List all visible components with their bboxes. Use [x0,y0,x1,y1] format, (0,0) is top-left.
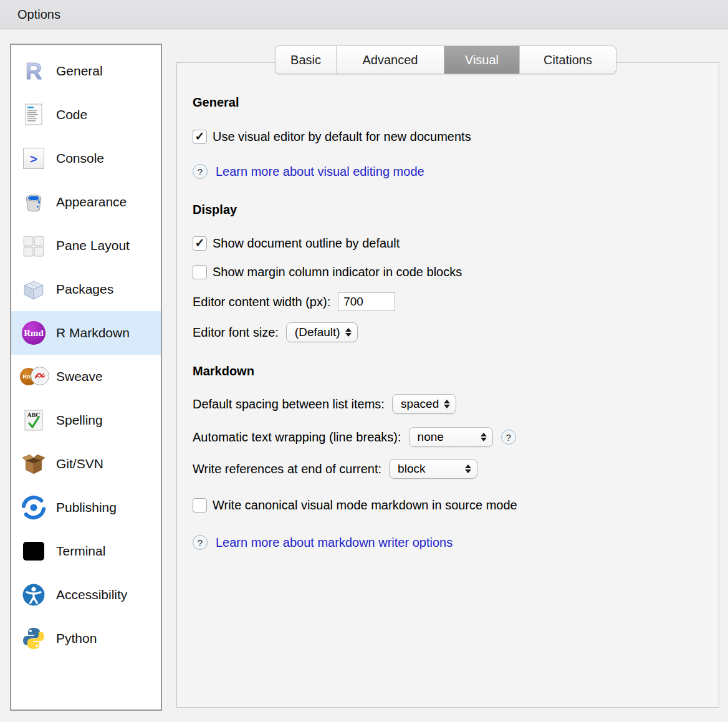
editor-font-size-row: Editor font size: (Default) [193,322,719,342]
sidebar-item-label: Sweave [56,369,103,384]
text-wrapping-select[interactable]: none [409,427,493,447]
sidebar-item-label: General [56,64,103,79]
checkbox-row-canonical: Write canonical visual mode markdown in … [193,498,719,513]
help-link-row-markdown-writer: ? Learn more about markdown writer optio… [193,535,719,550]
document-outline-checkbox[interactable]: ✓ [193,236,207,251]
checkmark-icon: ✓ [195,130,205,142]
sidebar-item-packages[interactable]: Packages [11,267,161,311]
sidebar-item-sweave[interactable]: Rnw Sweave [11,355,161,398]
visual-editor-checkbox[interactable]: ✓ [193,130,207,144]
sidebar-item-label: Console [56,151,104,166]
python-icon [20,625,47,652]
tab-visual[interactable]: Visual [444,46,520,74]
code-icon [20,101,47,128]
margin-column-checkbox[interactable] [193,265,207,279]
text-wrapping-label: Automatic text wrapping (line breaks): [193,430,401,445]
editor-width-label: Editor content width (px): [193,295,330,309]
editor-font-size-select[interactable]: (Default) [286,322,358,342]
terminal-icon [20,537,47,565]
options-tabbar: Basic Advanced Visual Citations [275,46,616,74]
text-wrapping-row: Automatic text wrapping (line breaks): n… [193,427,719,447]
tab-basic[interactable]: Basic [275,46,337,74]
sidebar-item-general[interactable]: R General [11,49,161,93]
help-icon[interactable]: ? [501,430,516,445]
console-icon: > [20,145,47,172]
sidebar-item-publishing[interactable]: Publishing [11,486,161,529]
checkbox-row-margin-column: Show margin column indicator in code blo… [193,265,719,279]
list-spacing-row: Default spacing between list items: spac… [193,394,719,414]
window-title: Options [17,7,60,22]
appearance-icon [20,188,47,216]
checkbox-label: Show margin column indicator in code blo… [213,265,462,279]
r-logo-icon: R [20,57,47,85]
references-row: Write references at end of current: bloc… [193,459,719,479]
options-content-panel: General ✓ Use visual editor by default f… [176,62,719,708]
spelling-icon: ABC [20,407,47,434]
pane-layout-icon [20,232,47,259]
select-value: block [398,462,425,476]
sidebar-item-appearance[interactable]: Appearance [11,180,161,224]
sidebar-item-accessibility[interactable]: Accessibility [11,573,161,617]
checkbox-label: Use visual editor by default for new doc… [213,130,471,144]
learn-markdown-writer-link[interactable]: Learn more about markdown writer options [216,536,453,550]
tab-citations[interactable]: Citations [520,46,616,74]
checkmark-icon: ✓ [195,237,205,249]
select-stepper-icon [481,433,487,441]
select-stepper-icon [465,464,471,473]
checkbox-row-visual-editor: ✓ Use visual editor by default for new d… [193,130,719,144]
sidebar-item-label: Publishing [56,500,117,515]
list-spacing-select[interactable]: spaced [392,394,456,414]
options-category-sidebar: R General Code > Console [10,44,162,711]
sidebar-item-label: Python [56,631,97,646]
editor-width-row: Editor content width (px): [193,292,719,311]
section-heading-display: Display [193,203,719,217]
rmarkdown-icon: Rmd [20,319,47,347]
sidebar-item-label: Terminal [56,544,105,559]
sidebar-item-git-svn[interactable]: Git/SVN [11,442,161,486]
references-select[interactable]: block [389,459,477,479]
sidebar-item-python[interactable]: Python [11,617,161,660]
checkbox-label: Show document outline by default [213,236,400,251]
checkbox-row-outline: ✓ Show document outline by default [193,236,719,251]
list-spacing-label: Default spacing between list items: [193,397,385,412]
sidebar-item-label: Packages [56,282,113,297]
sidebar-item-console[interactable]: > Console [11,137,161,180]
sweave-icon: Rnw [20,363,47,390]
select-value: none [418,430,444,444]
sidebar-item-terminal[interactable]: Terminal [11,529,161,573]
sidebar-item-label: Code [56,107,87,122]
window-titlebar: Options [0,0,728,29]
editor-font-size-label: Editor font size: [193,325,279,340]
sidebar-item-label: R Markdown [56,325,130,340]
sidebar-item-r-markdown[interactable]: Rmd R Markdown [11,311,161,355]
learn-visual-editing-link[interactable]: Learn more about visual editing mode [216,165,424,179]
packages-icon [20,276,47,303]
sidebar-item-label: Spelling [56,413,103,428]
sidebar-item-label: Git/SVN [56,456,103,471]
select-value: (Default) [295,325,340,339]
select-stepper-icon [444,400,450,408]
sidebar-item-spelling[interactable]: ABC Spelling [11,398,161,442]
select-stepper-icon [345,328,352,337]
help-link-row-visual-editing: ? Learn more about visual editing mode [193,164,719,179]
help-icon[interactable]: ? [193,535,208,550]
section-heading-general: General [193,95,719,110]
sidebar-item-code[interactable]: Code [11,93,161,137]
accessibility-icon [20,581,47,609]
section-heading-markdown: Markdown [193,364,719,378]
sidebar-item-pane-layout[interactable]: Pane Layout [11,224,161,267]
tab-advanced[interactable]: Advanced [337,46,444,74]
help-icon[interactable]: ? [193,164,208,179]
checkbox-label: Write canonical visual mode markdown in … [213,498,517,513]
sidebar-item-label: Pane Layout [56,238,130,253]
editor-width-input[interactable] [338,292,395,311]
select-value: spaced [401,397,439,411]
sidebar-item-label: Accessibility [56,587,127,602]
publishing-icon [20,494,47,521]
canonical-markdown-checkbox[interactable] [193,498,207,513]
git-svn-icon [20,450,47,478]
references-label: Write references at end of current: [193,462,381,476]
sidebar-item-label: Appearance [56,195,127,209]
